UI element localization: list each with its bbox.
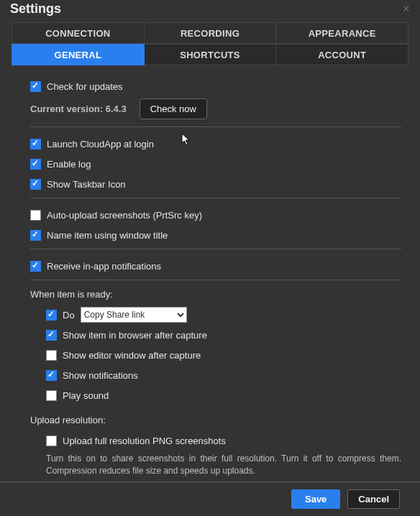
shownotif-row: Show notifications [46, 367, 401, 383]
autoupload-label: Auto-upload screenshots (PrtSrc key) [47, 210, 202, 221]
ready-heading: When item is ready: [30, 289, 401, 300]
do-label: Do [63, 310, 75, 321]
editor-row: Show editor window after capture [46, 347, 401, 363]
browser-row: Show item in browser after capture [46, 327, 401, 343]
shownotif-label: Show notifications [63, 370, 138, 381]
log-row: Enable log [30, 156, 401, 172]
fullres-row: Upload full resolution PNG screenshots [46, 433, 401, 448]
check-updates-checkbox[interactable] [30, 81, 41, 92]
tab-connection[interactable]: CONNECTION [12, 22, 145, 44]
taskbar-checkbox[interactable] [30, 179, 41, 190]
window-title: Settings [10, 1, 61, 17]
cancel-button[interactable]: Cancel [347, 489, 400, 509]
resolution-heading: Upload resolution: [30, 415, 401, 425]
sound-label: Play sound [63, 390, 109, 401]
shownotif-checkbox[interactable] [46, 370, 57, 381]
notify-label: Receive in-app notifications [47, 261, 161, 272]
notify-row: Receive in-app notifications [30, 258, 401, 274]
browser-checkbox[interactable] [46, 330, 57, 341]
nameitem-row: Name item using window title [30, 227, 401, 243]
version-row: Current version: 6.4.3 Check now [30, 98, 401, 119]
fullres-checkbox[interactable] [46, 436, 57, 446]
fullres-label: Upload full resolution PNG screenshots [63, 436, 226, 446]
launch-label: Launch CloudApp at login [47, 139, 154, 149]
browser-label: Show item in browser after capture [63, 330, 207, 341]
ready-group: Do Copy Share link Show item in browser … [30, 307, 401, 403]
autoupload-row: Auto-upload screenshots (PrtSrc key) [30, 207, 401, 223]
notify-checkbox[interactable] [30, 261, 41, 272]
tab-row-top: CONNECTION RECORDING APPEARANCE [12, 22, 408, 44]
resolution-group: Upload full resolution PNG screenshots T… [30, 433, 401, 477]
taskbar-label: Show Taskbar Icon [47, 179, 126, 190]
editor-checkbox[interactable] [46, 350, 57, 361]
close-icon[interactable]: × [402, 1, 410, 17]
do-row: Do Copy Share link [46, 307, 401, 323]
check-updates-label: Check for updates [47, 81, 123, 92]
launch-row: Launch CloudApp at login [30, 136, 401, 152]
taskbar-row: Show Taskbar Icon [30, 176, 401, 192]
autoupload-checkbox[interactable] [30, 210, 41, 221]
divider [30, 280, 401, 280]
tab-appearance[interactable]: APPEARANCE [276, 22, 408, 44]
nameitem-label: Name item using window title [47, 230, 168, 241]
nameitem-checkbox[interactable] [30, 230, 41, 241]
do-checkbox[interactable] [46, 310, 57, 321]
check-now-button[interactable]: Check now [140, 98, 207, 119]
tabs-container: CONNECTION RECORDING APPEARANCE GENERAL … [0, 22, 420, 65]
settings-content: Check for updates Current version: 6.4.3… [0, 65, 420, 477]
editor-label: Show editor window after capture [63, 350, 201, 361]
divider [30, 198, 401, 198]
tab-row-bottom: GENERAL SHORTCUTS ACCOUNT [12, 44, 408, 65]
do-select[interactable]: Copy Share link [81, 307, 187, 323]
sound-row: Play sound [46, 387, 401, 403]
fullres-help: Turn this on to share screenshots in the… [46, 453, 401, 477]
footer: Save Cancel [0, 482, 420, 516]
tab-account[interactable]: ACCOUNT [276, 44, 408, 65]
sound-checkbox[interactable] [46, 390, 57, 401]
window-header: Settings × [0, 0, 420, 22]
divider [30, 249, 401, 249]
tab-general[interactable]: GENERAL [12, 44, 145, 65]
divider [30, 126, 401, 127]
save-button[interactable]: Save [291, 489, 340, 509]
tab-shortcuts[interactable]: SHORTCUTS [145, 44, 277, 65]
launch-checkbox[interactable] [30, 139, 41, 149]
log-checkbox[interactable] [30, 159, 41, 170]
version-label: Current version: 6.4.3 [30, 103, 127, 114]
tab-recording[interactable]: RECORDING [145, 22, 277, 44]
log-label: Enable log [47, 159, 91, 170]
check-updates-row: Check for updates [30, 78, 401, 94]
